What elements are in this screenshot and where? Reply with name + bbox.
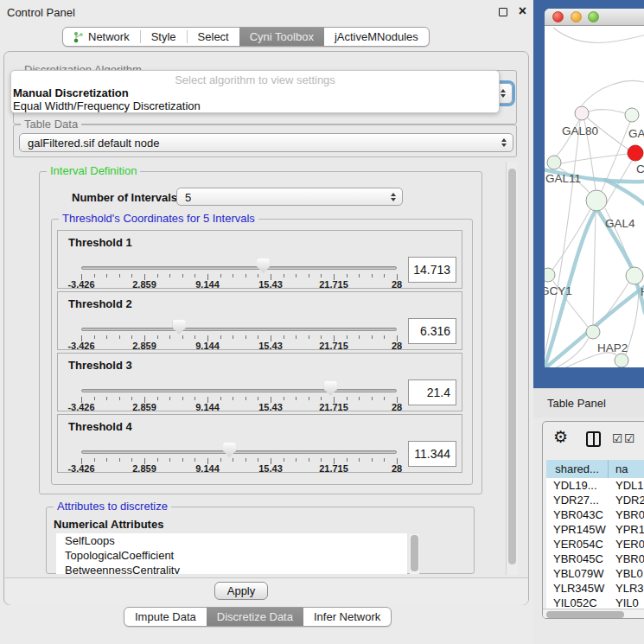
- table-row[interactable]: YBL079WYBL0: [546, 566, 644, 581]
- settings-scrollbar[interactable]: [506, 162, 518, 575]
- tab-style[interactable]: Style: [141, 28, 187, 46]
- slider-tick: [94, 458, 95, 462]
- table-cell: YBR043C: [546, 507, 609, 522]
- table-data-combo-value: galFiltered.sif default node: [28, 137, 159, 150]
- table-cell: YLR345W: [546, 581, 609, 596]
- table-cell: YIL052C: [546, 596, 609, 609]
- attribute-item-selfloops[interactable]: SelfLoops: [56, 533, 407, 548]
- split-columns-icon[interactable]: [586, 431, 601, 447]
- tab-select[interactable]: Select: [188, 28, 239, 46]
- mac-close-button[interactable]: [552, 11, 564, 22]
- table-row[interactable]: YPR145WYPR1: [546, 522, 644, 537]
- threshold-slider-track[interactable]: [81, 266, 397, 270]
- table-row[interactable]: YIL052CYIL0: [546, 596, 644, 609]
- slider-tick-label: 9.144: [195, 463, 220, 474]
- threshold-slider-thumb[interactable]: [324, 381, 337, 396]
- slider-tick: [220, 458, 221, 462]
- thresholds-group-title: Threshold's Coordinates for 5 Intervals: [59, 213, 258, 225]
- close-icon[interactable]: ×: [519, 3, 526, 19]
- table-row[interactable]: YDL19...YDL1: [546, 478, 644, 493]
- table-row[interactable]: YBR043CYBR0: [546, 507, 644, 522]
- scrollbar-thumb[interactable]: [546, 611, 624, 618]
- network-node-red[interactable]: [628, 145, 643, 161]
- threshold-value-input[interactable]: 14.713: [408, 257, 456, 283]
- attributes-group-title: Attributes to discretize: [54, 501, 171, 513]
- attribute-item-betweennesscentrality[interactable]: BetweennessCentrality: [56, 563, 407, 574]
- slider-tick: [131, 397, 132, 400]
- slider-tick: [384, 397, 385, 400]
- algorithm-option-equal-width-frequency-discretization[interactable]: Equal Width/Frequency Discretization: [13, 99, 497, 112]
- slider-tick: [372, 397, 373, 400]
- network-canvas[interactable]: GAL80GACGAL11GAL4GCY1HHAP2: [545, 26, 644, 367]
- tab-jactivemnodules[interactable]: jActiveMNodules: [324, 28, 429, 46]
- threshold-slider-track[interactable]: [81, 450, 397, 454]
- network-node-label: GA: [628, 127, 644, 140]
- slider-tick: [258, 458, 258, 462]
- slider-tick: [258, 274, 258, 277]
- network-node-n9[interactable]: [615, 354, 628, 367]
- tab-infer-network[interactable]: Infer Network: [303, 608, 391, 626]
- slider-tick: [131, 274, 132, 277]
- slider-tick: [169, 458, 170, 462]
- threshold-slider-thumb[interactable]: [223, 443, 236, 457]
- slider-tick: [384, 458, 385, 462]
- network-node-hap2[interactable]: [586, 325, 600, 339]
- mac-minimize-button[interactable]: [571, 11, 582, 22]
- threshold-slider-thumb[interactable]: [173, 320, 186, 335]
- table-data-combo[interactable]: galFiltered.sif default node: [19, 133, 513, 152]
- table-panel-header: Table Panel: [533, 388, 644, 418]
- slider-tick: [284, 458, 284, 462]
- table-row[interactable]: YLR345WYLR3: [546, 581, 644, 596]
- network-edge: [593, 211, 596, 325]
- slider-tick: [321, 274, 322, 277]
- algorithm-option-manual-discretization[interactable]: Manual Discretization: [13, 86, 497, 99]
- number-of-intervals-combo[interactable]: 5: [176, 188, 403, 206]
- threshold-slider-thumb[interactable]: [257, 258, 270, 273]
- table-rows: YDL19...YDL1YDR27...YDR2YBR043CYBR0YPR14…: [546, 478, 644, 609]
- column-header-na[interactable]: na: [609, 460, 644, 478]
- tab-cyni-toolbox[interactable]: Cyni Toolbox: [239, 28, 324, 46]
- network-node-gal80[interactable]: [575, 106, 589, 120]
- slider-tick: [309, 458, 309, 462]
- slider-tick: [372, 458, 373, 462]
- float-window-icon[interactable]: [499, 8, 507, 16]
- threshold-slider-track[interactable]: [81, 389, 397, 392]
- threshold-slider-track[interactable]: [81, 328, 397, 331]
- checkbox-icon[interactable]: ☑: [612, 432, 623, 444]
- slider-tick: [233, 335, 233, 339]
- tab-network[interactable]: Network: [63, 28, 140, 46]
- attributes-list-scrollbar[interactable]: [410, 534, 419, 574]
- table-cell: YLR3: [609, 581, 644, 596]
- slider-tick: [245, 397, 246, 400]
- threshold-value-input[interactable]: 21.4: [408, 379, 456, 405]
- slider-tick-label: 2.859: [132, 402, 156, 412]
- slider-tick: [321, 458, 322, 462]
- mac-zoom-button[interactable]: [588, 11, 599, 22]
- table-row[interactable]: YBR045CYBR0: [546, 552, 644, 566]
- checkbox-icon[interactable]: ☑: [624, 432, 635, 444]
- threshold-value-input[interactable]: 11.344: [408, 441, 456, 467]
- tab-discretize-data[interactable]: Discretize Data: [207, 608, 303, 626]
- slider-tick-label: 2.859: [132, 463, 156, 474]
- apply-button[interactable]: Apply: [214, 582, 268, 600]
- slider-tick: [321, 335, 322, 339]
- network-node-h[interactable]: [626, 267, 643, 284]
- slider-tick: [106, 274, 107, 277]
- network-node-gal11[interactable]: [547, 156, 561, 169]
- threshold-value-input[interactable]: 6.316: [408, 318, 456, 344]
- tab-impute-data[interactable]: Impute Data: [124, 608, 207, 626]
- scrollbar-thumb[interactable]: [411, 535, 418, 571]
- table-cell: YBR0: [609, 507, 644, 522]
- network-node-gcy1[interactable]: [545, 268, 555, 282]
- network-node-ga[interactable]: [625, 108, 639, 122]
- column-header-shared[interactable]: shared...: [546, 460, 609, 478]
- attribute-item-topologicalcoefficient[interactable]: TopologicalCoefficient: [56, 548, 407, 563]
- table-row[interactable]: YER054CYER0: [546, 537, 644, 552]
- gear-icon[interactable]: ⚙: [553, 429, 568, 446]
- table-row[interactable]: YDR27...YDR2: [546, 493, 644, 507]
- network-node-gal4[interactable]: [586, 190, 607, 211]
- network-node-label: GCY1: [545, 284, 572, 297]
- table-horizontal-scrollbar[interactable]: [543, 609, 644, 619]
- scrollbar-thumb[interactable]: [508, 169, 516, 564]
- slider-tick: [182, 458, 183, 462]
